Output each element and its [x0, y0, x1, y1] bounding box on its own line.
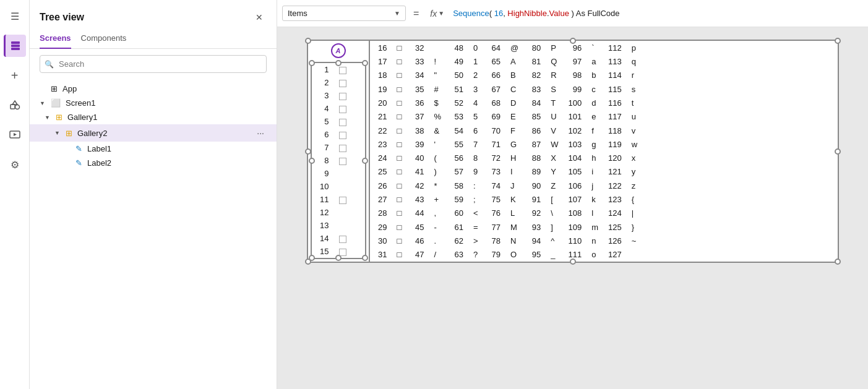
cell-char [627, 248, 642, 262]
handle-bottom[interactable] [570, 259, 576, 265]
inner-handle-b[interactable] [335, 255, 342, 261]
shapes-icon[interactable] [4, 94, 26, 116]
tree-item-gallery1[interactable]: ▼ ⊞ Gallery1 [30, 110, 277, 124]
formula-close: ) As FullCode [569, 9, 620, 18]
cell-char: % [429, 110, 447, 124]
cell-char: W [546, 137, 563, 151]
cell-char: 7 [468, 137, 483, 151]
inner-handle-ml[interactable] [309, 158, 315, 164]
cell-num: 59 [446, 192, 468, 206]
cell-num: 76 [483, 207, 505, 220]
cell-char: g [587, 137, 603, 151]
handle-bottom-right[interactable] [835, 259, 841, 265]
handle-top-right[interactable] [835, 38, 841, 44]
row-num: 3 [312, 89, 334, 102]
cell-char: i [587, 165, 603, 179]
handle-top[interactable] [570, 38, 576, 44]
cell-char: u [627, 110, 642, 124]
label2-icon: ✎ [75, 158, 82, 168]
cell-num: 63 [446, 248, 468, 262]
row-char [334, 128, 351, 141]
svg-rect-3 [11, 105, 15, 109]
cell-num: 113 [603, 54, 627, 68]
cell-char: * [429, 179, 447, 192]
cell-num: 85 [523, 110, 546, 124]
name-box[interactable]: Items ▼ [282, 6, 406, 21]
tree-item-screen1[interactable]: ▼ ⬜ Screen1 [30, 96, 277, 110]
fx-button[interactable]: fx ▼ [426, 6, 448, 21]
tree-item-label1[interactable]: ✎ Label1 [30, 142, 277, 156]
hamburger-icon[interactable]: ☰ [4, 5, 26, 27]
cell-char: w [627, 137, 642, 151]
row-num: 6 [312, 128, 334, 141]
cell-char: □ [392, 41, 407, 54]
cell-num: 105 [564, 165, 587, 179]
name-box-text: Items [288, 9, 392, 18]
gallery-col-left: A 123456789101112131415 [308, 41, 370, 262]
cell-num: 23 [370, 137, 392, 151]
cell-char: O [505, 248, 523, 262]
tree-item-app[interactable]: ⊞ App [30, 82, 277, 96]
screen1-label: Screen1 [66, 98, 267, 108]
expand-screen1: ▼ [40, 100, 48, 106]
cell-char: # [429, 82, 447, 96]
cell-char: □ [392, 54, 407, 68]
table-row: 5 [312, 115, 351, 128]
cell-char: ~ [627, 234, 642, 247]
svg-point-4 [15, 105, 19, 109]
row-char [334, 167, 351, 180]
cell-char: t [627, 96, 642, 109]
search-input[interactable] [40, 55, 267, 73]
cell-num: 16 [370, 41, 392, 54]
cell-num: 61 [446, 220, 468, 234]
cell-char: E [505, 110, 523, 124]
cell-char: , [429, 207, 447, 220]
tree-search: 🔍 [40, 55, 267, 73]
settings-icon[interactable]: ⚙ [4, 153, 26, 176]
cell-num: 19 [370, 82, 392, 96]
table-row: 17□33!49165A81Q97a113q [370, 54, 643, 68]
layers-icon[interactable] [4, 35, 26, 57]
cell-num: 125 [603, 220, 627, 234]
cell-num: 46 [407, 234, 429, 247]
add-icon[interactable]: + [4, 64, 26, 87]
cell-num: 118 [603, 124, 627, 137]
inner-handle-t[interactable] [335, 60, 342, 66]
row-num: 9 [312, 167, 334, 180]
row-char [334, 219, 351, 232]
cell-char: □ [392, 234, 407, 247]
cell-char: F [505, 124, 523, 137]
cell-char: v [627, 124, 642, 137]
row-num: 11 [312, 193, 334, 206]
cell-num: 29 [370, 220, 392, 234]
inner-handle-br[interactable] [362, 255, 368, 261]
table-row: 25□41)57973I89Y105i121y [370, 165, 643, 179]
cell-char: \ [546, 207, 563, 220]
cell-char: d [587, 96, 603, 109]
cell-char: q [627, 54, 642, 68]
cell-char: { [627, 192, 642, 206]
svg-rect-1 [11, 45, 20, 47]
tree-item-gallery2[interactable]: ▼ ⊞ Gallery2 ··· [30, 124, 277, 142]
inner-handle-mr[interactable] [362, 158, 368, 164]
inner-handle-tl[interactable] [309, 60, 315, 66]
cell-num: 57 [446, 165, 468, 179]
tab-screens[interactable]: Screens [40, 30, 71, 49]
tree-item-label2[interactable]: ✎ Label2 [30, 156, 277, 170]
table-row: 28□44,60<76L92\108l124| [370, 207, 643, 220]
cell-num: 47 [407, 248, 429, 262]
handle-mid-right[interactable] [835, 148, 841, 155]
gallery2-context-menu[interactable]: ··· [254, 127, 267, 139]
cell-char: B [505, 69, 523, 82]
cell-num: 50 [446, 69, 468, 82]
inner-handle-bl[interactable] [309, 255, 315, 261]
cell-num: 28 [370, 207, 392, 220]
row-num: 5 [312, 115, 334, 128]
row-char [334, 102, 351, 115]
tab-components[interactable]: Components [81, 30, 127, 49]
inner-handle-tr[interactable] [362, 60, 368, 66]
row-num: 7 [312, 141, 334, 154]
tree-close-button[interactable]: ✕ [252, 10, 267, 25]
media-icon[interactable] [4, 124, 26, 146]
cell-num: 22 [370, 124, 392, 137]
